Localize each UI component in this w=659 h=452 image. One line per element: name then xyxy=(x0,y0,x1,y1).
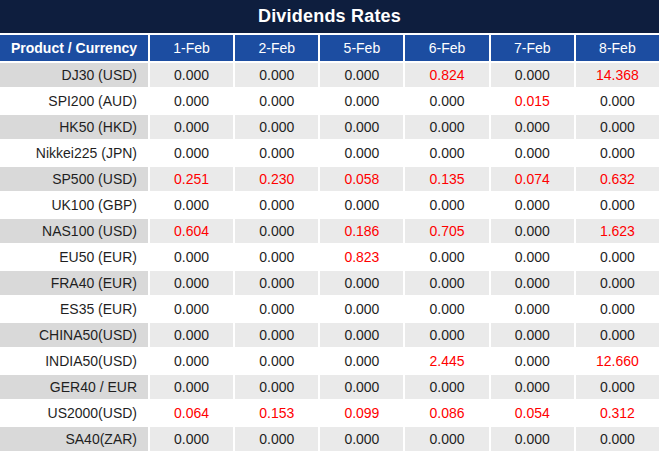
value-cell: 0.054 xyxy=(491,401,574,425)
value-cell: 0.000 xyxy=(235,375,318,399)
product-cell: US2000(USD) xyxy=(0,401,148,425)
value-cell: 0.000 xyxy=(150,193,233,217)
product-cell: INDIA50(USD) xyxy=(0,349,148,373)
value-cell: 0.000 xyxy=(491,297,574,321)
value-cell: 0.000 xyxy=(576,89,659,113)
value-cell: 0.000 xyxy=(320,323,403,347)
value-cell: 0.000 xyxy=(235,323,318,347)
header-cell-2-feb: 2-Feb xyxy=(235,35,318,61)
value-cell: 0.000 xyxy=(576,141,659,165)
value-cell: 0.000 xyxy=(150,115,233,139)
header-cell-6-feb: 6-Feb xyxy=(405,35,488,61)
value-cell: 0.000 xyxy=(405,245,488,269)
product-cell: NAS100 (USD) xyxy=(0,219,148,243)
value-cell: 0.000 xyxy=(235,349,318,373)
value-cell: 2.445 xyxy=(405,349,488,373)
value-cell: 0.000 xyxy=(491,427,574,451)
value-cell: 0.000 xyxy=(491,245,574,269)
value-cell: 0.000 xyxy=(150,297,233,321)
value-cell: 0.000 xyxy=(235,297,318,321)
value-cell: 0.000 xyxy=(320,115,403,139)
value-cell: 0.000 xyxy=(150,271,233,295)
product-cell: SP500 (USD) xyxy=(0,167,148,191)
value-cell: 0.000 xyxy=(235,427,318,451)
dividends-rates-table: Dividends Rates Product / Currency 1-Feb… xyxy=(0,0,659,452)
value-cell: 0.000 xyxy=(576,375,659,399)
value-cell: 0.000 xyxy=(491,193,574,217)
value-cell: 0.000 xyxy=(491,141,574,165)
value-cell: 0.000 xyxy=(320,271,403,295)
value-cell: 0.823 xyxy=(320,245,403,269)
value-cell: 0.000 xyxy=(235,271,318,295)
value-cell: 0.000 xyxy=(150,63,233,87)
value-cell: 0.058 xyxy=(320,167,403,191)
value-cell: 0.000 xyxy=(235,89,318,113)
value-cell: 0.000 xyxy=(320,427,403,451)
header-cell-8-feb: 8-Feb xyxy=(576,35,659,61)
value-cell: 0.000 xyxy=(405,375,488,399)
header-cell-7-feb: 7-Feb xyxy=(491,35,574,61)
value-cell: 0.000 xyxy=(405,115,488,139)
value-cell: 0.000 xyxy=(491,323,574,347)
product-cell: UK100 (GBP) xyxy=(0,193,148,217)
value-cell: 0.074 xyxy=(491,167,574,191)
value-cell: 0.086 xyxy=(405,401,488,425)
product-cell: CHINA50(USD) xyxy=(0,323,148,347)
value-cell: 0.000 xyxy=(320,63,403,87)
value-cell: 0.705 xyxy=(405,219,488,243)
dividends-grid: Product / Currency 1-Feb 2-Feb 5-Feb 6-F… xyxy=(0,33,659,452)
product-cell: HK50 (HKD) xyxy=(0,115,148,139)
value-cell: 0.000 xyxy=(235,245,318,269)
value-cell: 0.000 xyxy=(491,219,574,243)
value-cell: 0.000 xyxy=(405,323,488,347)
table-title: Dividends Rates xyxy=(0,0,659,33)
value-cell: 0.000 xyxy=(405,89,488,113)
header-cell-5-feb: 5-Feb xyxy=(320,35,403,61)
value-cell: 0.000 xyxy=(576,193,659,217)
value-cell: 0.000 xyxy=(150,323,233,347)
value-cell: 0.064 xyxy=(150,401,233,425)
value-cell: 0.000 xyxy=(405,193,488,217)
value-cell: 0.000 xyxy=(235,141,318,165)
value-cell: 0.000 xyxy=(235,219,318,243)
value-cell: 0.000 xyxy=(405,297,488,321)
value-cell: 0.000 xyxy=(235,115,318,139)
value-cell: 0.000 xyxy=(235,193,318,217)
value-cell: 12.660 xyxy=(576,349,659,373)
value-cell: 0.000 xyxy=(320,193,403,217)
header-cell-1-feb: 1-Feb xyxy=(150,35,233,61)
product-cell: ES35 (EUR) xyxy=(0,297,148,321)
value-cell: 1.623 xyxy=(576,219,659,243)
value-cell: 0.000 xyxy=(491,349,574,373)
value-cell: 0.000 xyxy=(150,375,233,399)
product-cell: EU50 (EUR) xyxy=(0,245,148,269)
value-cell: 0.312 xyxy=(576,401,659,425)
product-cell: DJ30 (USD) xyxy=(0,63,148,87)
value-cell: 0.000 xyxy=(320,349,403,373)
value-cell: 0.000 xyxy=(235,63,318,87)
value-cell: 0.000 xyxy=(576,297,659,321)
value-cell: 0.000 xyxy=(491,375,574,399)
product-cell: FRA40 (EUR) xyxy=(0,271,148,295)
value-cell: 0.000 xyxy=(320,89,403,113)
value-cell: 0.015 xyxy=(491,89,574,113)
value-cell: 0.000 xyxy=(320,375,403,399)
value-cell: 14.368 xyxy=(576,63,659,87)
value-cell: 0.000 xyxy=(491,271,574,295)
value-cell: 0.000 xyxy=(320,297,403,321)
product-cell: SA40(ZAR) xyxy=(0,427,148,451)
value-cell: 0.186 xyxy=(320,219,403,243)
value-cell: 0.153 xyxy=(235,401,318,425)
value-cell: 0.604 xyxy=(150,219,233,243)
value-cell: 0.099 xyxy=(320,401,403,425)
value-cell: 0.000 xyxy=(576,271,659,295)
value-cell: 0.000 xyxy=(150,245,233,269)
value-cell: 0.230 xyxy=(235,167,318,191)
value-cell: 0.000 xyxy=(576,245,659,269)
value-cell: 0.000 xyxy=(576,427,659,451)
value-cell: 0.000 xyxy=(491,115,574,139)
product-cell: Nikkei225 (JPN) xyxy=(0,141,148,165)
value-cell: 0.000 xyxy=(491,63,574,87)
value-cell: 0.000 xyxy=(150,89,233,113)
value-cell: 0.000 xyxy=(405,141,488,165)
